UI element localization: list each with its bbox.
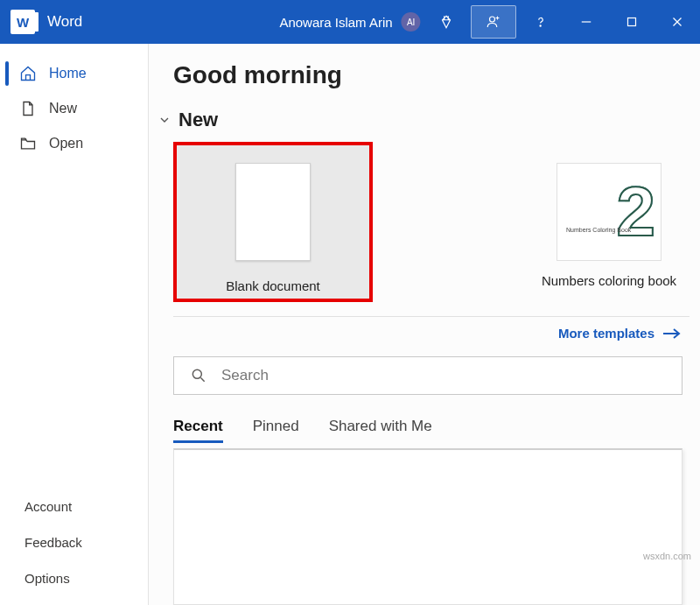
user-account-area[interactable]: Anowara Islam Arin AI	[279, 12, 420, 32]
recent-documents-panel	[173, 448, 682, 605]
coming-soon-icon[interactable]	[471, 5, 516, 39]
more-templates-link[interactable]: More templates	[173, 326, 690, 341]
premium-icon[interactable]	[424, 0, 469, 44]
tab-recent[interactable]: Recent	[173, 418, 223, 443]
sidebar-item-options[interactable]: Options	[0, 560, 148, 596]
word-start-window: W Word Anowara Islam Arin AI	[0, 0, 700, 605]
titlebar-actions	[424, 0, 700, 44]
sidebar-item-account[interactable]: Account	[0, 489, 148, 524]
sidebar-item-label: Options	[24, 571, 70, 586]
minimize-button[interactable]	[564, 0, 609, 44]
titlebar: W Word Anowara Islam Arin AI	[0, 0, 700, 44]
divider	[173, 316, 690, 317]
templates-row: Blank document Numbers Coloring Book 2 N…	[173, 142, 690, 302]
maximize-button[interactable]	[609, 0, 654, 44]
template-thumbnail: Numbers Coloring Book 2	[556, 163, 662, 261]
user-avatar: AI	[402, 12, 421, 32]
more-templates-label: More templates	[558, 326, 654, 341]
thumb-small-text: Numbers Coloring Book	[566, 227, 631, 234]
help-icon[interactable]	[518, 0, 564, 44]
search-input[interactable]	[221, 367, 666, 384]
search-icon	[190, 367, 207, 384]
chevron-down-icon	[158, 113, 172, 127]
svg-point-1	[540, 25, 541, 26]
template-label: Blank document	[226, 278, 320, 293]
svg-rect-3	[628, 18, 636, 26]
home-icon	[19, 65, 37, 82]
search-box[interactable]	[173, 356, 682, 395]
sidebar-item-label: New	[49, 101, 77, 116]
svg-point-7	[192, 369, 201, 378]
sidebar-item-label: Account	[24, 499, 72, 514]
new-doc-icon	[19, 100, 37, 117]
sidebar-item-label: Home	[49, 66, 87, 81]
template-numbers-coloring-book[interactable]: Numbers Coloring Book 2 Numbers coloring…	[539, 142, 679, 288]
svg-point-0	[490, 17, 495, 22]
sidebar-item-open[interactable]: Open	[0, 126, 148, 161]
svg-line-8	[201, 378, 205, 382]
app-title: Word	[47, 13, 82, 31]
sidebar-item-home[interactable]: Home	[0, 56, 148, 91]
arrow-right-icon	[662, 327, 682, 340]
word-app-icon: W	[10, 10, 35, 34]
template-thumbnail	[235, 163, 311, 261]
user-name: Anowara Islam Arin	[279, 15, 392, 30]
template-label: Numbers coloring book	[542, 273, 676, 288]
sidebar-item-label: Feedback	[24, 535, 82, 550]
sidebar-bottom: Account Feedback Options	[0, 489, 148, 605]
close-button[interactable]	[654, 0, 700, 44]
greeting-heading: Good morning	[173, 61, 690, 89]
section-new-header[interactable]: New	[158, 109, 690, 131]
body: Home New Open Account Feedback Options	[0, 44, 700, 605]
template-blank-document[interactable]: Blank document	[173, 142, 373, 302]
watermark: wsxdn.com	[643, 551, 691, 561]
tab-shared-with-me[interactable]: Shared with Me	[329, 418, 432, 443]
section-title: New	[178, 109, 218, 131]
sidebar-item-feedback[interactable]: Feedback	[0, 524, 148, 560]
sidebar-item-label: Open	[49, 136, 83, 151]
thumb-number: 2	[617, 180, 656, 243]
recent-tabs: Recent Pinned Shared with Me	[173, 418, 690, 443]
main-panel: Good morning New Blank document Numbers …	[149, 44, 700, 605]
tab-pinned[interactable]: Pinned	[253, 418, 299, 443]
sidebar-item-new[interactable]: New	[0, 91, 148, 126]
sidebar: Home New Open Account Feedback Options	[0, 44, 149, 605]
open-folder-icon	[19, 135, 37, 152]
